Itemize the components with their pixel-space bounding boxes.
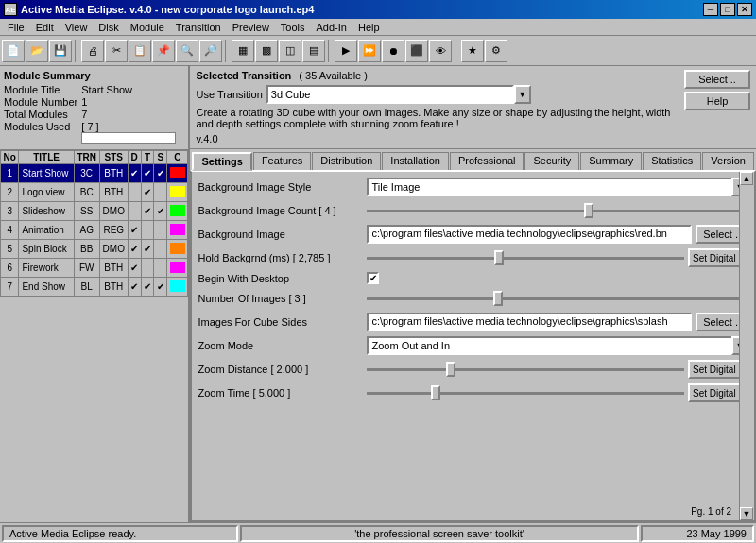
transition-version: v.4.0 <box>196 133 679 144</box>
close-button[interactable]: ✕ <box>737 3 752 16</box>
settings-control-1 <box>367 201 748 220</box>
slider-5[interactable] <box>367 289 748 308</box>
tab-version[interactable]: Version <box>702 152 754 171</box>
tb-paste[interactable]: 📌 <box>152 40 175 62</box>
table-row[interactable]: 1 Start Show 3C BTH ✔ ✔ ✔ <box>1 164 188 183</box>
slider-1[interactable] <box>367 201 748 220</box>
settings-label-3: Hold Backgrnd (ms) [ 2,785 ] <box>198 252 363 263</box>
menu-preview[interactable]: Preview <box>227 21 275 34</box>
maximize-button[interactable]: □ <box>720 3 735 16</box>
table-row[interactable]: 2 Logo view BC BTH ✔ <box>1 183 188 202</box>
tab-settings[interactable]: Settings <box>192 152 251 171</box>
slider-8[interactable] <box>367 360 684 379</box>
dropdown-value-0: Tile Image <box>367 178 748 196</box>
dropdown-container-7[interactable]: Zoom Out and In▼ <box>367 336 748 355</box>
table-row[interactable]: 3 Slideshow SS DMO ✔ ✔ <box>1 202 188 221</box>
transition-input[interactable] <box>266 85 514 104</box>
status-bar: Active Media Eclipse ready. 'the profess… <box>0 522 756 543</box>
slider-thumb-3[interactable] <box>494 250 504 265</box>
tab-installation[interactable]: Installation <box>382 152 449 171</box>
tab-features[interactable]: Features <box>253 152 311 171</box>
menu-tools[interactable]: Tools <box>275 21 311 34</box>
menu-view[interactable]: View <box>60 21 94 34</box>
col-title: TITLE <box>19 151 74 164</box>
col-s: S <box>154 151 167 164</box>
table-row[interactable]: 5 Spin Block BB DMO ✔ ✔ <box>1 240 188 259</box>
checkbox-4[interactable]: ✔ <box>367 272 379 284</box>
menu-module[interactable]: Module <box>125 21 170 34</box>
transition-dropdown-btn[interactable]: ▼ <box>514 85 531 104</box>
tb-print[interactable]: 🖨 <box>81 40 104 62</box>
cell-no: 2 <box>1 183 19 202</box>
tb-new[interactable]: 📄 <box>2 40 25 62</box>
slider-thumb-8[interactable] <box>446 362 455 377</box>
settings-row-6: Images For Cube Sidesc:\program files\ac… <box>198 313 748 331</box>
menu-disk[interactable]: Disk <box>93 21 124 34</box>
tb-module4[interactable]: ▤ <box>302 40 325 62</box>
tab-security[interactable]: Security <box>524 152 579 171</box>
tb-special2[interactable]: ⚙ <box>485 40 507 62</box>
module-table: No TITLE TRN STS D T S C 1 Start Show 3C… <box>0 150 188 297</box>
slider-3[interactable] <box>367 248 684 267</box>
tb-module2[interactable]: ▩ <box>255 40 278 62</box>
menu-addin[interactable]: Add-In <box>311 21 352 34</box>
tb-module1[interactable]: ▦ <box>232 40 254 62</box>
settings-control-4: ✔ <box>367 272 748 284</box>
menu-edit[interactable]: Edit <box>30 21 60 34</box>
tb-copy[interactable]: 📋 <box>129 40 151 62</box>
transition-combo[interactable]: ▼ <box>266 85 531 104</box>
scrollbar[interactable]: ▲ ▼ <box>739 172 754 520</box>
slider-track-5 <box>367 297 748 300</box>
path-input-6[interactable]: c:\program files\active media technology… <box>367 313 692 331</box>
slider-thumb-5[interactable] <box>493 291 503 306</box>
settings-row-7: Zoom ModeZoom Out and In▼ <box>198 336 748 355</box>
tb-cut[interactable]: ✂ <box>105 40 128 62</box>
menu-file[interactable]: File <box>2 21 30 34</box>
path-input-2[interactable]: c:\program files\active media technology… <box>367 225 692 244</box>
tb-record[interactable]: ⏺ <box>382 40 404 62</box>
module-list[interactable]: No TITLE TRN STS D T S C 1 Start Show 3C… <box>0 150 188 522</box>
tb-play[interactable]: ▶ <box>335 40 357 62</box>
tab-summary[interactable]: Summary <box>580 152 642 171</box>
tb-zoom[interactable]: 🔎 <box>199 40 222 62</box>
tb-save[interactable]: 💾 <box>49 40 72 62</box>
cell-trn: BB <box>74 240 99 259</box>
tb-stop[interactable]: ⬛ <box>405 40 428 62</box>
dropdown-container-0[interactable]: Tile Image▼ <box>367 178 748 196</box>
tb-preview[interactable]: 👁 <box>429 40 452 62</box>
tb-special1[interactable]: ★ <box>461 40 484 62</box>
settings-control-8: Set Digital .. <box>367 360 748 379</box>
transition-select-button[interactable]: Select .. <box>684 70 750 89</box>
cell-no: 6 <box>1 259 19 278</box>
cell-t: ✔ <box>141 183 154 202</box>
scroll-up-btn[interactable]: ▲ <box>740 172 753 185</box>
cell-s: ✔ <box>154 164 167 183</box>
module-info: Module Title Start Show Module Number 1 … <box>4 84 184 145</box>
menu-transition[interactable]: Transition <box>170 21 227 34</box>
tb-forward[interactable]: ⏩ <box>358 40 381 62</box>
cell-trn: AG <box>74 221 99 240</box>
tb-open[interactable]: 📂 <box>26 40 48 62</box>
tab-statistics[interactable]: Statistics <box>643 152 701 171</box>
settings-row-8: Zoom Distance [ 2,000 ]Set Digital .. <box>198 360 748 379</box>
table-row[interactable]: 4 Animation AG REG ✔ <box>1 221 188 240</box>
cell-sts: BTH <box>99 164 128 183</box>
slider-thumb-1[interactable] <box>584 203 593 218</box>
tb-find[interactable]: 🔍 <box>176 40 198 62</box>
slider-thumb-9[interactable] <box>431 385 440 400</box>
table-row[interactable]: 7 End Show BL BTH ✔ ✔ ✔ <box>1 278 188 297</box>
tb-module3[interactable]: ◫ <box>279 40 301 62</box>
table-row[interactable]: 6 Firework FW BTH ✔ <box>1 259 188 278</box>
cell-d: ✔ <box>128 259 141 278</box>
minimize-button[interactable]: ─ <box>703 3 718 16</box>
transition-help-button[interactable]: Help <box>684 92 750 110</box>
menu-help[interactable]: Help <box>352 21 386 34</box>
scroll-down-btn[interactable]: ▼ <box>740 507 753 520</box>
cell-s: ✔ <box>154 278 167 297</box>
tab-distribution[interactable]: Distribution <box>312 152 381 171</box>
settings-label-8: Zoom Distance [ 2,000 ] <box>198 364 363 375</box>
cell-c <box>167 221 188 240</box>
app-icon[interactable]: AE <box>4 3 17 16</box>
slider-9[interactable] <box>367 383 684 402</box>
tab-professional[interactable]: Professional <box>450 152 524 171</box>
